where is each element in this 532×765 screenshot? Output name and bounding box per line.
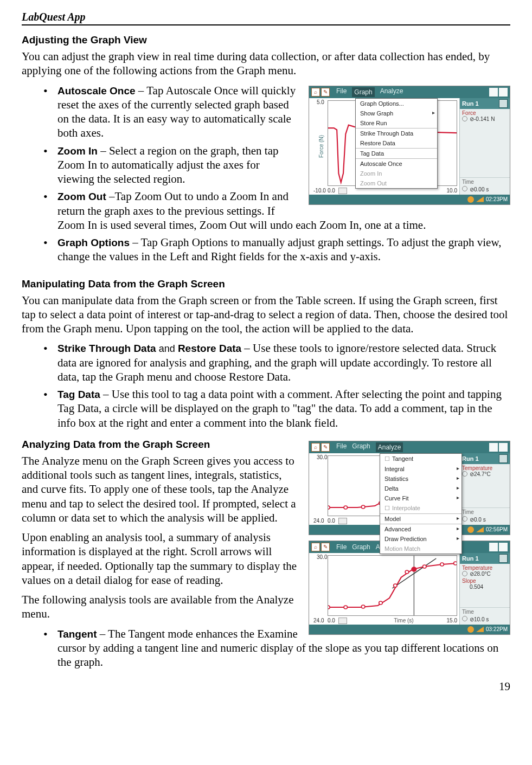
menu-item-autoscale-once[interactable]: Autoscale Once bbox=[356, 158, 437, 169]
menu-item-curve-fit[interactable]: Curve Fit bbox=[380, 493, 462, 503]
heading-adjusting: Adjusting the Graph View bbox=[22, 34, 510, 46]
graph-dropdown-menu: Graph Options... Show Graph Store Run St… bbox=[355, 98, 438, 189]
analyze-dropdown-menu: Tangent Integral Statistics Delta Curve … bbox=[380, 453, 462, 554]
time-value: ⊘0.0 s bbox=[460, 516, 510, 525]
fig3-xmax: 15.0 bbox=[447, 618, 457, 623]
menu-item-graph-options[interactable]: Graph Options... bbox=[356, 99, 437, 108]
adjust-intro: You can adjust the graph view in real ti… bbox=[22, 49, 510, 78]
svg-point-0 bbox=[328, 506, 330, 509]
svg-point-12 bbox=[344, 606, 347, 609]
menu-item-zoom-out: Zoom Out bbox=[356, 178, 437, 188]
slope-value: 0.504 bbox=[460, 584, 510, 591]
menu-item-model[interactable]: Model bbox=[380, 513, 462, 524]
header-title: LabQuest App bbox=[22, 11, 86, 23]
bullet-strike-restore: Strike Through Data and Restore Data – U… bbox=[43, 341, 510, 384]
menu-item-store-run[interactable]: Store Run bbox=[356, 118, 437, 128]
label-zoom-in: Zoom In bbox=[57, 145, 98, 157]
svg-point-13 bbox=[361, 605, 364, 608]
fig2-xmin: 0.0 bbox=[328, 518, 335, 524]
menu-item-delta[interactable]: Delta bbox=[380, 484, 462, 493]
manip-bullets: Strike Through Data and Restore Data – U… bbox=[22, 341, 510, 430]
analyze-bullets: Tangent – The Tangent mode enhances the … bbox=[22, 627, 510, 670]
sensor-value: ⊘24.7°C bbox=[460, 471, 510, 478]
label-and: and bbox=[159, 343, 175, 354]
label-autoscale-once: Autoscale Once bbox=[57, 85, 136, 97]
svg-point-16 bbox=[405, 570, 408, 574]
tab-icon-graph[interactable]: ✎ bbox=[321, 443, 330, 452]
label-zoom-out: Zoom Out bbox=[57, 191, 106, 202]
menu-item-integral[interactable]: Integral bbox=[380, 464, 462, 474]
menu-item-interpolate: Interpolate bbox=[380, 503, 462, 513]
heading-manipulating: Manipulating Data from the Graph Screen bbox=[22, 278, 510, 290]
fig3-xmin: 0.0 bbox=[328, 618, 335, 623]
menu-analyze[interactable]: Analyze bbox=[376, 442, 403, 452]
bullet-zoom-out: Zoom Out –Tap Zoom Out to undo a Zoom In… bbox=[43, 189, 510, 232]
bullet-zoom-in: Zoom In – Select a region on the graph, … bbox=[43, 144, 510, 187]
wifi-icon[interactable] bbox=[476, 527, 484, 532]
menu-item-advanced[interactable]: Advanced bbox=[380, 524, 462, 534]
label-restore-data: Restore Data bbox=[178, 343, 241, 354]
menu-graph[interactable]: Graph bbox=[352, 442, 370, 452]
menu-item-motion-match: Motion Match bbox=[380, 544, 462, 554]
fig2-ytick-top: 30.0 bbox=[317, 454, 327, 460]
home-icon[interactable] bbox=[467, 526, 474, 533]
svg-point-17 bbox=[412, 567, 416, 571]
svg-point-20 bbox=[454, 562, 457, 565]
store-run-icon[interactable] bbox=[499, 454, 508, 463]
bullet-tag-data: Tag Data – Use this tool to tag a data p… bbox=[43, 387, 510, 430]
page-number: 19 bbox=[22, 680, 510, 693]
fig2-graph-area[interactable]: Temperature (°C) 30.0 24.0 bbox=[309, 453, 459, 525]
time-label: Time bbox=[460, 607, 510, 616]
menu-item-tangent[interactable]: Tangent bbox=[380, 454, 462, 464]
svg-point-18 bbox=[423, 565, 426, 568]
menu-file[interactable]: File bbox=[336, 543, 347, 551]
run-selector[interactable]: Run 1 bbox=[460, 453, 510, 464]
menu-item-restore-data[interactable]: Restore Data bbox=[356, 138, 437, 148]
fig3-ytick-bot: 24.0 bbox=[313, 618, 324, 623]
tab-icon-table[interactable] bbox=[489, 543, 498, 551]
tab-icon-table[interactable] bbox=[489, 443, 498, 452]
label-graph-options: Graph Options bbox=[57, 237, 130, 248]
store-run-icon[interactable] bbox=[499, 554, 508, 563]
page-header: LabQuest App bbox=[22, 11, 510, 25]
bullet-tangent: Tangent – The Tangent mode enhances the … bbox=[43, 627, 510, 670]
tab-icon-notes[interactable] bbox=[499, 543, 508, 551]
label-strike-through-data: Strike Through Data bbox=[57, 343, 156, 354]
svg-point-15 bbox=[394, 584, 397, 587]
menu-item-tag-data[interactable]: Tag Data bbox=[356, 148, 437, 158]
label-tag-data: Tag Data bbox=[57, 389, 100, 400]
menu-item-draw-prediction[interactable]: Draw Prediction bbox=[380, 534, 462, 544]
figure-analyze-menu: ⌕ ✎ File Graph Analyze Temperature (° bbox=[309, 441, 510, 535]
fig2-toolbar: ⌕ ✎ File Graph Analyze bbox=[309, 441, 510, 453]
fig3-right-panel[interactable]: Run 1 Temperature ⊘28.0°C Slope 0.504 Ti… bbox=[459, 553, 510, 625]
fig2-right-panel[interactable]: Run 1 Temperature ⊘24.7°C Time ⊘0.0 s bbox=[459, 453, 510, 525]
sensor-label: Temperature bbox=[460, 464, 510, 471]
bullet-autoscale: Autoscale Once – Tap Autoscale Once will… bbox=[43, 83, 510, 140]
slope-label: Slope bbox=[460, 578, 510, 584]
bullet-graph-options: Graph Options – Tap Graph Options to man… bbox=[43, 235, 510, 264]
menu-item-strike-through[interactable]: Strike Through Data bbox=[356, 128, 437, 138]
tab-icon-graph[interactable]: ✎ bbox=[321, 543, 330, 551]
menu-file[interactable]: File bbox=[336, 442, 347, 452]
menu-item-show-graph[interactable]: Show Graph bbox=[356, 108, 437, 118]
fig3-line-icon bbox=[328, 556, 457, 615]
fig3-xlabel: Time (s) bbox=[394, 618, 413, 623]
sensor-value: ⊘28.0°C bbox=[460, 571, 510, 578]
menu-item-statistics[interactable]: Statistics bbox=[380, 474, 462, 484]
equation-icon[interactable] bbox=[338, 518, 347, 524]
equation-icon[interactable] bbox=[338, 618, 347, 624]
tab-icon-meter[interactable]: ⌕ bbox=[311, 443, 320, 452]
run-selector[interactable]: Run 1 bbox=[460, 553, 510, 564]
svg-point-14 bbox=[379, 601, 382, 605]
time-label: Time bbox=[460, 507, 510, 516]
svg-point-11 bbox=[328, 606, 330, 609]
clock-readout: 02:56PM bbox=[486, 526, 508, 532]
figure-tangent-result: ⌕ ✎ File Graph Analyze Temperature (° bbox=[309, 541, 510, 635]
tab-icon-notes[interactable] bbox=[499, 443, 508, 452]
menu-graph[interactable]: Graph bbox=[352, 543, 370, 551]
tab-icon-meter[interactable]: ⌕ bbox=[311, 543, 320, 551]
sensor-label: Temperature bbox=[460, 564, 510, 571]
fig3-ytick-top: 30.0 bbox=[317, 554, 327, 560]
fig2-ytick-bot: 24.0 bbox=[313, 518, 324, 524]
fig3-graph-area[interactable]: Temperature (°C) 30.0 24.0 bbox=[309, 553, 459, 625]
